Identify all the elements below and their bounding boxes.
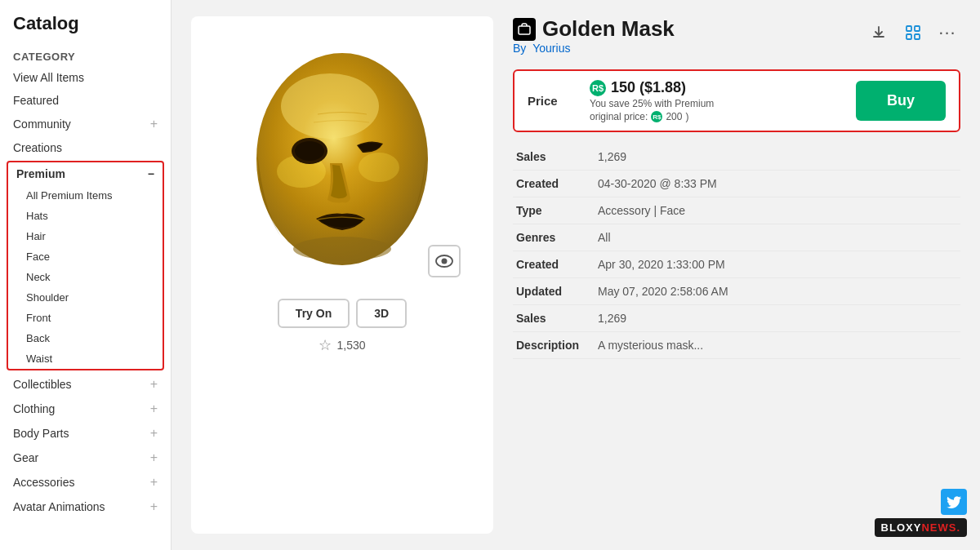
svg-point-3 [359, 153, 399, 182]
table-row: GenresAll [513, 224, 960, 251]
detail-label: Created [513, 251, 595, 278]
table-row: UpdatedMay 07, 2020 2:58:06 AM [513, 278, 960, 305]
sidebar-item-avatar-animations[interactable]: Avatar Animations + [0, 495, 171, 519]
detail-value: Accessory | Face [595, 197, 960, 224]
svg-point-5 [295, 141, 324, 161]
item-header: Golden Mask By Yourius [513, 16, 960, 66]
sidebar-item-featured[interactable]: Featured [0, 89, 171, 112]
detail-value: Apr 30, 2020 1:33:00 PM [595, 251, 960, 278]
original-robux-icon: R$ [651, 111, 662, 122]
detail-value: 04-30-2020 @ 8:33 PM [595, 171, 960, 197]
sidebar-item-shoulder[interactable]: Shoulder [8, 287, 163, 308]
premium-section: Premium − All Premium Items Hats Hair Fa… [7, 161, 164, 370]
item-title-row: Golden Mask [513, 16, 675, 42]
clothing-expand-icon[interactable]: + [150, 401, 158, 416]
premium-badge-icon [513, 18, 536, 41]
table-row: Sales1,269 [513, 144, 960, 171]
original-price-row: original price: R$ 200 ) [590, 111, 856, 122]
sidebar: Catalog Category View All Items Featured… [0, 0, 172, 550]
twitter-icon [941, 489, 967, 515]
eye-icon [435, 255, 453, 268]
detail-label: Sales [513, 305, 595, 332]
detail-value: All [595, 224, 960, 251]
sidebar-item-all-premium[interactable]: All Premium Items [8, 185, 163, 206]
download-button[interactable] [866, 20, 892, 46]
robux-icon: R$ [590, 80, 606, 96]
detail-value: A mysterious mask... [595, 332, 960, 359]
sidebar-item-body-parts[interactable]: Body Parts + [0, 421, 171, 446]
item-image-section: Try On 3D ☆ 1,530 [191, 16, 493, 534]
more-options-button[interactable]: ··· [934, 20, 960, 46]
buy-button[interactable]: Buy [856, 81, 946, 121]
price-main: R$ 150 ($1.88) [590, 79, 856, 96]
detail-value: May 07, 2020 2:58:06 AM [595, 278, 960, 305]
gear-expand-icon[interactable]: + [150, 450, 158, 465]
table-row: CreatedApr 30, 2020 1:33:00 PM [513, 251, 960, 278]
item-actions: Try On 3D [278, 299, 407, 328]
svg-rect-9 [519, 26, 530, 34]
accessories-expand-icon[interactable]: + [150, 475, 158, 490]
item-title: Golden Mask [542, 16, 675, 42]
sidebar-item-face[interactable]: Face [8, 246, 163, 267]
header-actions: ··· [866, 20, 960, 46]
svg-rect-11 [915, 26, 920, 31]
grid-icon-button[interactable] [900, 20, 926, 46]
sidebar-item-premium[interactable]: Premium − [8, 162, 163, 185]
sidebar-item-waist[interactable]: Waist [8, 348, 163, 369]
premium-collapse-icon[interactable]: − [148, 167, 154, 180]
price-info: R$ 150 ($1.88) You save 25% with Premium… [577, 79, 856, 122]
price-value: 150 ($1.88) [611, 79, 686, 96]
sidebar-item-collectibles[interactable]: Collectibles + [0, 372, 171, 397]
savings-text: You save 25% with Premium [590, 98, 856, 109]
collectibles-expand-icon[interactable]: + [150, 377, 158, 392]
sidebar-item-neck[interactable]: Neck [8, 267, 163, 287]
category-label: Category [0, 44, 171, 66]
sidebar-item-front[interactable]: Front [8, 308, 163, 328]
detail-label: Genres [513, 224, 595, 251]
item-author: By Yourius [513, 42, 675, 55]
watermark: BLOXYNEWS. [875, 489, 967, 537]
favorites-row: ☆ 1,530 [318, 336, 365, 354]
sidebar-item-clothing[interactable]: Clothing + [0, 397, 171, 421]
table-row: Created04-30-2020 @ 8:33 PM [513, 171, 960, 197]
bloxy-news-badge: BLOXYNEWS. [875, 518, 967, 537]
item-details-table: Sales1,269Created04-30-2020 @ 8:33 PMTyp… [513, 144, 960, 359]
price-label: Price [528, 94, 577, 108]
author-link[interactable]: Yourius [532, 42, 570, 55]
avatar-animations-expand-icon[interactable]: + [150, 499, 158, 514]
detail-value: 1,269 [595, 305, 960, 332]
favorites-star-icon[interactable]: ☆ [318, 336, 332, 354]
svg-point-8 [442, 259, 448, 264]
detail-label: Created [513, 171, 595, 197]
svg-rect-13 [915, 34, 920, 39]
main-content: Try On 3D ☆ 1,530 [172, 0, 980, 550]
community-expand-icon[interactable]: + [150, 117, 158, 131]
3d-button[interactable]: 3D [356, 299, 407, 328]
item-details: Golden Mask By Yourius [513, 16, 960, 534]
preview-button[interactable] [428, 245, 461, 277]
detail-label: Type [513, 197, 595, 224]
detail-value: 1,269 [595, 144, 960, 171]
table-row: TypeAccessory | Face [513, 197, 960, 224]
sidebar-item-hats[interactable]: Hats [8, 206, 163, 226]
body-parts-expand-icon[interactable]: + [150, 426, 158, 441]
price-section: Price R$ 150 ($1.88) You save 25% with P… [513, 69, 960, 132]
detail-label: Sales [513, 144, 595, 171]
sidebar-item-accessories[interactable]: Accessories + [0, 470, 171, 495]
favorites-count: 1,530 [336, 339, 365, 352]
try-on-button[interactable]: Try On [278, 299, 350, 328]
svg-point-6 [293, 237, 391, 261]
golden-mask-image [236, 41, 448, 277]
sidebar-item-view-all[interactable]: View All Items [0, 66, 171, 89]
svg-rect-12 [906, 34, 911, 39]
sidebar-item-community[interactable]: Community + [0, 112, 171, 136]
catalog-title: Catalog [0, 13, 171, 44]
sidebar-item-gear[interactable]: Gear + [0, 446, 171, 470]
sidebar-item-creations[interactable]: Creations [0, 136, 171, 159]
item-image-container [216, 33, 469, 286]
sidebar-item-back[interactable]: Back [8, 328, 163, 348]
table-row: Sales1,269 [513, 305, 960, 332]
sidebar-item-hair[interactable]: Hair [8, 226, 163, 246]
table-row: DescriptionA mysterious mask... [513, 332, 960, 359]
svg-rect-10 [906, 26, 911, 31]
